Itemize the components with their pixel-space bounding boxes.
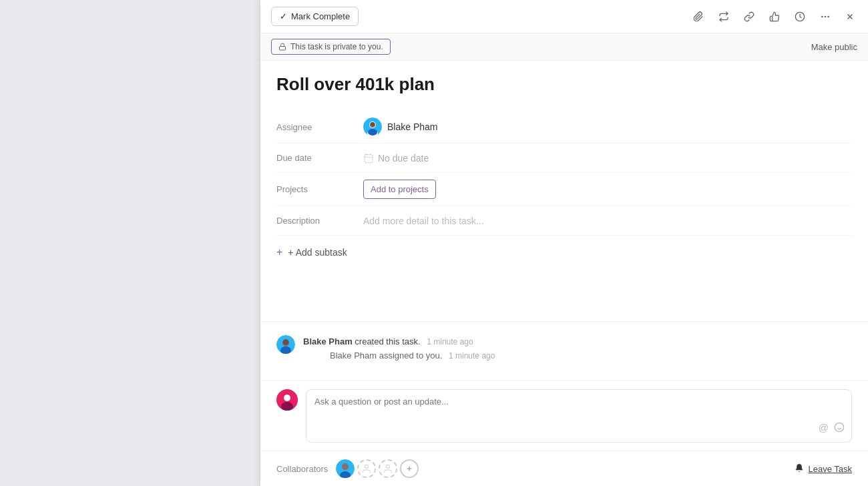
due-date-text: No due date	[378, 153, 429, 164]
task-fields: Assignee Blake Pham Due date	[276, 111, 852, 236]
private-text: This task is private to you.	[290, 42, 383, 51]
due-date-label: Due date	[276, 153, 363, 163]
calendar-icon	[363, 153, 374, 164]
link-icon[interactable]	[741, 9, 757, 25]
assignee-row: Assignee Blake Pham	[276, 111, 852, 144]
toolbar: ✓ Mark Complete	[260, 0, 868, 33]
comment-section: @	[260, 381, 868, 451]
svg-rect-13	[365, 154, 373, 162]
activity-section: Blake Pham created this task. 1 minute a…	[260, 321, 868, 381]
toolbar-right	[690, 9, 857, 25]
comment-input[interactable]	[314, 397, 843, 427]
emoji-icon[interactable]	[834, 422, 845, 435]
due-date-value[interactable]: No due date	[363, 153, 429, 164]
private-banner: 1 This task is private to you. Make publ…	[260, 33, 868, 61]
projects-row: 2 Projects Add to projects	[276, 173, 852, 206]
activity-item-1: Blake Pham created this task. 1 minute a…	[276, 335, 852, 361]
make-public-button[interactable]: Make public	[811, 42, 857, 52]
description-value[interactable]: Add more detail to this task...	[363, 216, 484, 226]
activity-avatar	[276, 335, 295, 354]
svg-point-28	[342, 463, 349, 470]
activity-creator: Blake Pham	[303, 336, 353, 346]
task-panel: ✓ Mark Complete	[260, 0, 868, 486]
activity-text-1: Blake Pham created this task. 1 minute a…	[303, 335, 495, 348]
add-subtask-label: + Add subtask	[288, 247, 347, 258]
projects-label: Projects	[276, 184, 363, 194]
svg-point-31	[387, 465, 390, 468]
due-date-row: Due date No due date	[276, 144, 852, 173]
activity-assigned-time: 1 minute ago	[449, 351, 495, 360]
assignee-name: Blake Pham	[387, 121, 437, 132]
mark-complete-button[interactable]: ✓ Mark Complete	[271, 7, 359, 26]
toolbar-left: ✓ Mark Complete	[271, 7, 359, 26]
svg-point-12	[368, 129, 377, 136]
svg-point-1	[821, 15, 823, 17]
svg-point-3	[827, 15, 829, 17]
assignee-value[interactable]: Blake Pham	[363, 117, 437, 136]
main-content: Roll over 401k plan Assignee Blake Pham	[260, 61, 868, 321]
add-to-projects[interactable]: Add to projects	[371, 184, 429, 194]
collaborators-label: Collaborators	[276, 464, 328, 474]
collaborator-avatar-ghost-2	[379, 459, 397, 478]
add-collaborator-button[interactable]	[400, 459, 419, 478]
activity-content-1: Blake Pham created this task. 1 minute a…	[303, 335, 495, 361]
collaborator-avatar-1	[336, 459, 355, 478]
left-background	[0, 0, 260, 486]
private-banner-left: 1 This task is private to you.	[271, 39, 391, 55]
assigned-text: Blake Pham assigned to you.	[330, 350, 442, 360]
projects-highlight[interactable]: Add to projects	[363, 180, 436, 199]
svg-point-30	[365, 465, 369, 468]
mark-complete-label: Mark Complete	[291, 11, 350, 21]
more-icon[interactable]	[817, 9, 833, 25]
timer-icon[interactable]	[792, 9, 808, 25]
leave-task-label: Leave Task	[808, 464, 852, 474]
private-tag: This task is private to you.	[271, 39, 391, 55]
close-icon[interactable]	[843, 9, 857, 24]
svg-point-2	[825, 15, 827, 17]
leave-task-button[interactable]: Leave Task	[795, 463, 852, 475]
comment-box: @	[276, 389, 852, 443]
created-text: created this task.	[355, 336, 420, 346]
subtask-icon[interactable]	[716, 9, 732, 25]
collaborators: Collaborators	[276, 459, 419, 478]
footer: Collaborators	[260, 451, 868, 486]
svg-point-24	[835, 423, 843, 431]
description-label: Description	[276, 216, 363, 226]
assignee-label: Assignee	[276, 122, 363, 132]
comment-input-area[interactable]: @	[306, 389, 852, 443]
svg-point-22	[284, 395, 290, 401]
assignee-avatar	[363, 117, 382, 136]
svg-rect-6	[280, 47, 286, 51]
activity-created-time: 1 minute ago	[427, 337, 473, 346]
like-icon[interactable]	[767, 9, 783, 25]
attachment-icon[interactable]	[690, 9, 706, 25]
activity-text-2: Blake Pham assigned to you. 1 minute ago	[303, 350, 495, 360]
mention-icon[interactable]: @	[819, 422, 829, 435]
comment-user-avatar	[276, 389, 298, 411]
description-row: Description Add more detail to this task…	[276, 206, 852, 236]
svg-point-11	[371, 122, 375, 126]
add-subtask-icon: +	[276, 246, 282, 258]
bell-icon	[795, 463, 804, 475]
add-subtask-button[interactable]: + + Add subtask	[276, 236, 852, 269]
comment-emoji-icons: @	[819, 422, 845, 435]
checkmark-icon: ✓	[280, 11, 287, 21]
task-title[interactable]: Roll over 401k plan	[276, 74, 852, 95]
collaborator-avatar-ghost-1	[357, 459, 376, 478]
svg-point-19	[283, 339, 289, 345]
